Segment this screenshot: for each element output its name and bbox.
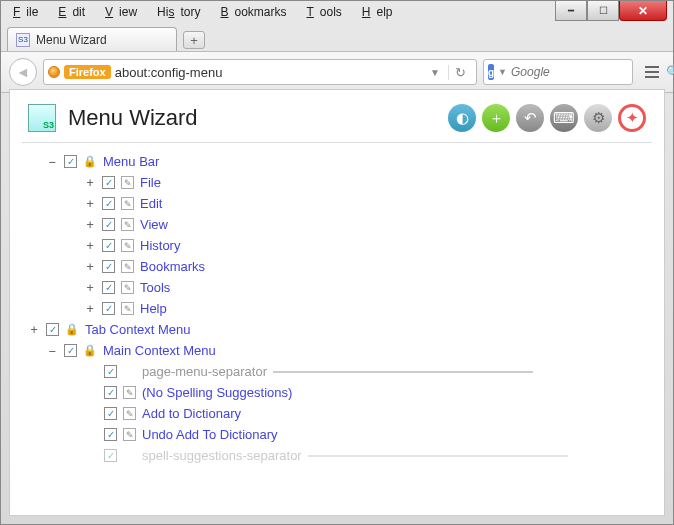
tree-label: Main Context Menu (103, 343, 216, 358)
tree-item-menu-bar[interactable]: − 🔒 Menu Bar (26, 151, 648, 172)
tree-item-no-spelling[interactable]: ✎ (No Spelling Suggestions) (26, 382, 648, 403)
edit-icon[interactable]: ✎ (121, 176, 134, 189)
keyboard-icon[interactable]: ⌨ (550, 104, 578, 132)
expand-icon[interactable]: + (84, 302, 96, 316)
edit-icon[interactable]: ✎ (121, 302, 134, 315)
expand-icon[interactable]: + (84, 239, 96, 253)
edit-icon[interactable]: ✎ (121, 260, 134, 273)
edit-icon[interactable]: ✎ (121, 281, 134, 294)
expand-icon[interactable]: + (84, 197, 96, 211)
checkbox[interactable] (64, 155, 77, 168)
add-icon[interactable]: ＋ (482, 104, 510, 132)
checkbox[interactable] (104, 428, 117, 441)
google-icon: g (488, 64, 494, 80)
tabstrip: S3 Menu Wizard + (1, 23, 673, 51)
tree-label: Add to Dictionary (142, 406, 241, 421)
tree-item-separator-2[interactable]: spell-suggestions-separator (26, 445, 648, 466)
hamburger-menu-button[interactable] (639, 59, 665, 85)
tree-label: Tab Context Menu (85, 322, 191, 337)
tree-item-undo-dict[interactable]: ✎ Undo Add To Dictionary (26, 424, 648, 445)
tree-item-main-context[interactable]: − 🔒 Main Context Menu (26, 340, 648, 361)
help-icon[interactable]: ✦ (618, 104, 646, 132)
tree-item-edit[interactable]: + ✎ Edit (26, 193, 648, 214)
checkbox[interactable] (102, 176, 115, 189)
checkbox[interactable] (104, 365, 117, 378)
reload-button[interactable]: ↻ (448, 65, 472, 80)
firefox-globe-icon (48, 66, 60, 78)
edit-icon[interactable]: ✎ (121, 218, 134, 231)
menu-tree[interactable]: − 🔒 Menu Bar + ✎ File + ✎ Edit (22, 143, 652, 503)
tree-item-history[interactable]: + ✎ History (26, 235, 648, 256)
collapse-icon[interactable]: − (46, 344, 58, 358)
checkbox[interactable] (104, 407, 117, 420)
tree-item-tools[interactable]: + ✎ Tools (26, 277, 648, 298)
navbar: ◄ Firefox ▼ ↻ g ▼ 🔍 (1, 51, 673, 93)
edit-icon[interactable]: ✎ (123, 386, 136, 399)
checkbox[interactable] (102, 239, 115, 252)
edit-icon[interactable]: ✎ (123, 407, 136, 420)
tree-label: View (140, 217, 168, 232)
checkbox[interactable] (102, 197, 115, 210)
window-minimize-button[interactable]: ━ (555, 1, 587, 21)
new-tab-button[interactable]: + (183, 31, 205, 49)
edit-icon[interactable]: ✎ (121, 197, 134, 210)
expand-icon[interactable]: + (84, 281, 96, 295)
expand-icon[interactable]: + (84, 218, 96, 232)
checkbox[interactable] (104, 449, 117, 462)
sync-icon[interactable]: ◐ (448, 104, 476, 132)
tree-item-view[interactable]: + ✎ View (26, 214, 648, 235)
collapse-icon[interactable]: − (46, 155, 58, 169)
menu-help[interactable]: Help (356, 3, 405, 21)
lock-icon: 🔒 (65, 323, 79, 336)
menu-edit[interactable]: Edit (52, 3, 97, 21)
expand-icon[interactable]: + (84, 176, 96, 190)
window-close-button[interactable]: ✕ (619, 1, 667, 21)
checkbox[interactable] (102, 302, 115, 315)
url-bar[interactable]: Firefox ▼ ↻ (43, 59, 477, 85)
checkbox[interactable] (104, 386, 117, 399)
tree-item-tab-context[interactable]: + 🔒 Tab Context Menu (26, 319, 648, 340)
lock-icon: 🔒 (83, 155, 97, 168)
app-logo-icon: S3 (28, 104, 56, 132)
edit-icon[interactable]: ✎ (121, 239, 134, 252)
tree-label: File (140, 175, 161, 190)
separator-line (273, 371, 533, 373)
checkbox[interactable] (64, 344, 77, 357)
expand-icon[interactable]: + (84, 260, 96, 274)
identity-badge[interactable]: Firefox (64, 65, 111, 79)
tree-item-separator[interactable]: page-menu-separator (26, 361, 648, 382)
separator-line (308, 455, 568, 457)
menu-history[interactable]: History (151, 3, 212, 21)
tree-item-help[interactable]: + ✎ Help (26, 298, 648, 319)
checkbox[interactable] (46, 323, 59, 336)
settings-icon[interactable]: ⚙ (584, 104, 612, 132)
tree-item-add-dict[interactable]: ✎ Add to Dictionary (26, 403, 648, 424)
search-icon[interactable]: 🔍 (666, 65, 674, 79)
menu-view[interactable]: View (99, 3, 149, 21)
url-dropdown-icon[interactable]: ▼ (426, 67, 444, 78)
expand-icon[interactable]: + (28, 323, 40, 337)
menu-file[interactable]: File (7, 3, 50, 21)
checkbox[interactable] (102, 218, 115, 231)
edit-icon[interactable]: ✎ (123, 428, 136, 441)
tree-label: spell-suggestions-separator (142, 448, 302, 463)
checkbox[interactable] (102, 260, 115, 273)
lock-icon: 🔒 (83, 344, 97, 357)
search-box[interactable]: g ▼ 🔍 (483, 59, 633, 85)
browser-tab[interactable]: S3 Menu Wizard (7, 27, 177, 51)
tree-container: − 🔒 Menu Bar + ✎ File + ✎ Edit (22, 142, 652, 503)
tree-item-file[interactable]: + ✎ File (26, 172, 648, 193)
tree-item-bookmarks[interactable]: + ✎ Bookmarks (26, 256, 648, 277)
app-window: File Edit View History Bookmarks Tools H… (0, 0, 674, 525)
page-title: Menu Wizard (68, 105, 198, 131)
undo-icon[interactable]: ↶ (516, 104, 544, 132)
menu-bookmarks[interactable]: Bookmarks (214, 3, 298, 21)
tree-label: (No Spelling Suggestions) (142, 385, 292, 400)
window-maximize-button[interactable]: ☐ (587, 1, 619, 21)
url-input[interactable] (115, 65, 422, 80)
tab-title: Menu Wizard (36, 33, 107, 47)
checkbox[interactable] (102, 281, 115, 294)
menu-tools[interactable]: Tools (300, 3, 353, 21)
back-button[interactable]: ◄ (9, 58, 37, 86)
search-dropdown-icon[interactable]: ▼ (498, 67, 507, 77)
